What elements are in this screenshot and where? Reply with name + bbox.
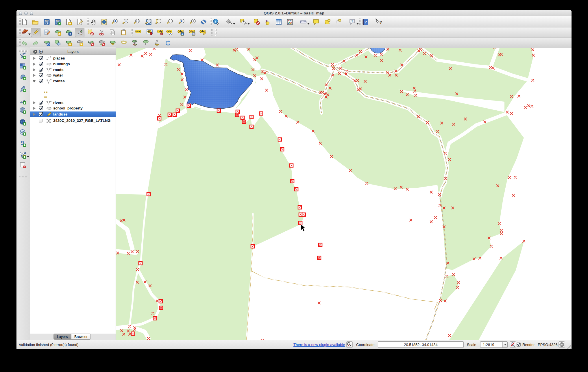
svg-text:↻: ↻ bbox=[193, 33, 195, 36]
svg-text:T: T bbox=[351, 19, 353, 23]
svg-text:✳: ✳ bbox=[69, 43, 71, 46]
svg-text:ab: ab bbox=[148, 31, 150, 33]
svg-text:✳: ✳ bbox=[80, 43, 83, 46]
svg-text:abc: abc bbox=[201, 30, 205, 33]
svg-text:?: ? bbox=[365, 20, 367, 24]
svg-text:1:1: 1:1 bbox=[136, 20, 139, 22]
svg-text:abc: abc bbox=[136, 30, 140, 33]
svg-text:ab: ab bbox=[159, 30, 162, 33]
svg-text:abc: abc bbox=[167, 30, 172, 33]
svg-text:✳: ✳ bbox=[69, 22, 71, 25]
svg-text:?: ? bbox=[380, 20, 382, 25]
svg-text:✳: ✳ bbox=[58, 32, 61, 36]
svg-text:➜: ➜ bbox=[181, 33, 184, 36]
